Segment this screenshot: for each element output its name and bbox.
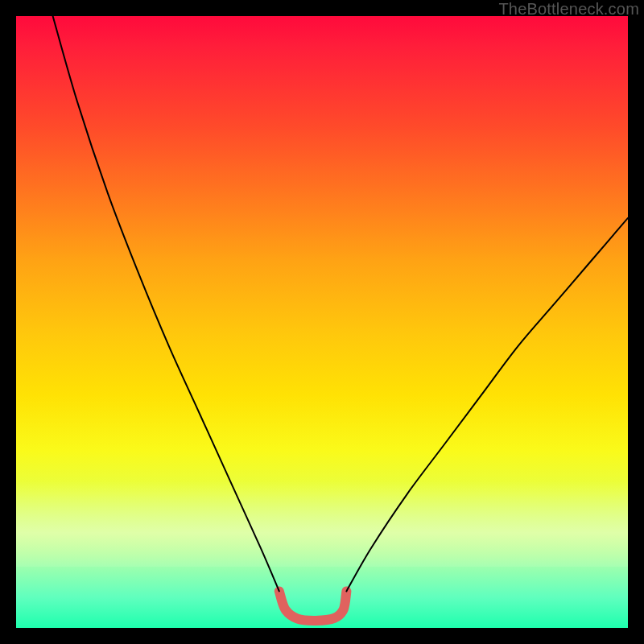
left-descent-series bbox=[53, 16, 279, 591]
right-ascent-series bbox=[346, 218, 628, 592]
plot-area bbox=[16, 16, 628, 628]
curve-layer bbox=[16, 16, 628, 628]
valley-highlight-series bbox=[279, 591, 347, 621]
chart-frame: TheBottleneck.com bbox=[0, 0, 644, 644]
